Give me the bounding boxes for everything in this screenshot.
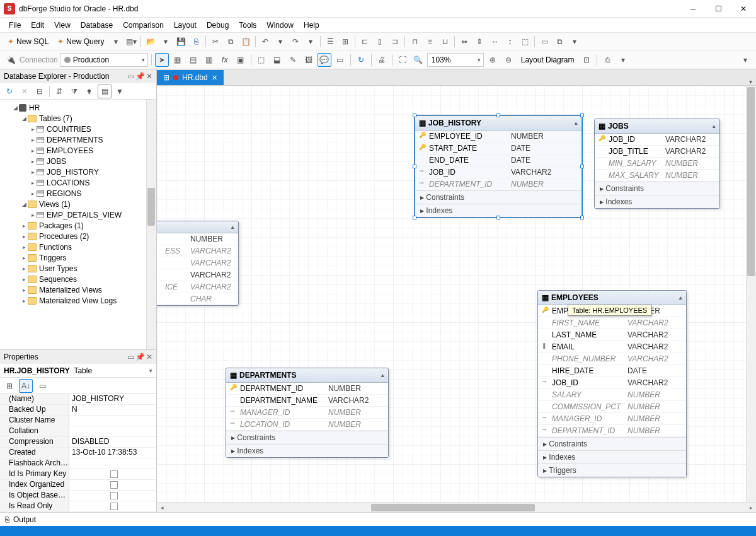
prop-row[interactable]: CompressionDISABLED — [0, 437, 156, 448]
align-center-icon[interactable]: ⫿ — [373, 35, 387, 49]
zoom-in-icon[interactable]: ⊕ — [486, 53, 500, 67]
zoom-icon[interactable]: 🔍 — [411, 53, 425, 67]
dropdown-icon[interactable]: ▾ — [109, 35, 123, 49]
overflow-icon[interactable]: ▾ — [738, 53, 752, 67]
align-right-icon[interactable]: ⊐ — [388, 35, 402, 49]
entity-column[interactable]: HIRE_DATEDATE — [538, 365, 686, 377]
window2-icon[interactable]: ⧉ — [553, 35, 566, 49]
view-icon[interactable]: ▤ — [186, 53, 200, 67]
entity-constraints[interactable]: ▸ Constraints — [595, 182, 719, 195]
entity-column[interactable]: END_DATEDATE — [415, 154, 581, 166]
prop-row[interactable]: (Name)JOB_HISTORY — [0, 394, 156, 405]
entity-column[interactable]: ICEVARCHAR2 — [157, 281, 238, 293]
exp-tool1-icon[interactable]: ⇵ — [52, 84, 66, 98]
export-icon[interactable]: ⎙ — [600, 53, 614, 67]
entity-column[interactable]: CHAR — [157, 293, 238, 305]
menu-layout[interactable]: Layout — [169, 18, 202, 32]
tree-view-item[interactable]: EMP_DETAILS_VIEW — [47, 211, 122, 219]
align-mid-icon[interactable]: ≡ — [423, 35, 437, 49]
menu-comparison[interactable]: Comparison — [118, 18, 169, 32]
entity-departments[interactable]: ▦DEPARTMENTS▴ 🔑DEPARTMENT_IDNUMBERDEPART… — [226, 368, 389, 458]
menu-file[interactable]: File — [4, 18, 26, 32]
entity-partial[interactable]: ▴ NUMBERESSVARCHAR2VARCHAR2VARCHAR2ICEVA… — [157, 221, 239, 306]
entity-column[interactable]: COMMISSION_PCTNUMBER — [538, 401, 686, 413]
tree-table-item[interactable]: ▸DEPARTMENTS — [0, 134, 156, 145]
entity-column[interactable]: ⊸MANAGER_IDNUMBER — [538, 413, 686, 425]
panel-pos-icon[interactable]: ▭ — [127, 72, 134, 81]
exp-delete-icon[interactable]: ✕ — [18, 84, 32, 98]
table-icon[interactable]: ▦ — [171, 53, 185, 67]
paste-icon[interactable]: 📋 — [239, 35, 253, 49]
prop-row[interactable]: Created13-Oct-10 17:38:53 — [0, 448, 156, 458]
entity-column[interactable]: ⊸JOB_IDVARCHAR2 — [415, 166, 581, 178]
undo-icon[interactable]: ↶ — [258, 35, 272, 49]
entity-column[interactable]: 🔑START_DATEDATE — [415, 143, 581, 154]
cut-icon[interactable]: ✂ — [209, 35, 222, 49]
exp-tool2-icon[interactable]: ⧩ — [67, 84, 81, 98]
plug-icon[interactable]: 🔌 — [4, 53, 18, 67]
tree-table-item[interactable]: ▸LOCATIONS — [0, 177, 156, 188]
samew-icon[interactable]: ↔ — [488, 35, 501, 49]
container-icon[interactable]: ⊡ — [580, 53, 593, 67]
minimize-button[interactable]: ─ — [680, 0, 706, 18]
fx-icon[interactable]: fx — [218, 53, 232, 67]
entity-column[interactable]: ESSVARCHAR2 — [157, 245, 238, 257]
grid-icon[interactable]: ▥ — [202, 53, 216, 67]
tree-views[interactable]: Views (1) — [39, 200, 71, 209]
tab-close-icon[interactable]: ✕ — [212, 74, 217, 82]
tree-db[interactable]: HR — [29, 103, 40, 112]
menu-view[interactable]: View — [49, 18, 76, 32]
sameh-icon[interactable]: ↕ — [503, 35, 517, 49]
entity-indexes[interactable]: ▸ Indexes — [226, 444, 388, 457]
entity-column[interactable]: FIRST_NAMEVARCHAR2 — [538, 317, 686, 329]
prop-row[interactable]: Id Is Primary Key — [0, 469, 156, 480]
entity-triggers[interactable]: ▸ Triggers — [538, 463, 686, 477]
tree-table-item[interactable]: ▸JOBS — [0, 156, 156, 166]
menu-database[interactable]: Database — [76, 18, 118, 32]
menu-tools[interactable]: Tools — [234, 18, 261, 32]
doc-dropdown-icon[interactable]: ▤▾ — [124, 35, 138, 49]
copy-icon[interactable]: ⧉ — [224, 35, 238, 49]
menu-debug[interactable]: Debug — [202, 18, 234, 32]
tree-folder-item[interactable]: ▸User Types — [0, 263, 156, 274]
entity-jobs[interactable]: ▦JOBS▴ 🔑JOB_IDVARCHAR2JOB_TITLEVARCHAR2M… — [594, 119, 720, 209]
redo-icon[interactable]: ↷ — [289, 35, 302, 49]
open-icon[interactable]: 📂 — [144, 35, 158, 49]
entity-column[interactable]: DEPARTMENT_NAMEVARCHAR2 — [226, 395, 388, 407]
save-icon[interactable]: 💾 — [174, 35, 188, 49]
region-icon[interactable]: ▭ — [333, 53, 347, 67]
entity-column[interactable]: MAX_SALARYNUMBER — [595, 170, 719, 182]
entity-constraints[interactable]: ▸ Constraints — [538, 437, 686, 450]
entity-column[interactable]: PHONE_NUMBERVARCHAR2 — [538, 353, 686, 365]
open-drop-icon[interactable]: ▾ — [159, 35, 173, 49]
window-drop-icon[interactable]: ▾ — [568, 35, 581, 49]
canvas-hscroll[interactable]: ◂▸ — [157, 502, 756, 512]
print-icon[interactable]: 🖨 — [375, 53, 389, 67]
tree-folder-item[interactable]: ▸Triggers — [0, 252, 156, 263]
props-sort-icon[interactable]: A↓ — [19, 379, 33, 393]
hspace-icon[interactable]: ⇔ — [457, 35, 471, 49]
prop-row[interactable]: Flashback Archiv... — [0, 458, 156, 469]
shape1-icon[interactable]: ⬚ — [255, 53, 268, 67]
redo-drop-icon[interactable]: ▾ — [304, 35, 318, 49]
new-sql-button[interactable]: ✦New SQL — [4, 35, 52, 49]
exp-refresh-icon[interactable]: ↻ — [3, 84, 16, 98]
tree-folder-item[interactable]: ▸Functions — [0, 242, 156, 252]
layout-diagram-button[interactable]: Layout Diagram — [517, 53, 578, 67]
entity-column[interactable]: VARCHAR2 — [157, 269, 238, 281]
output-icon[interactable]: ⎘ — [5, 515, 9, 524]
tree-folder-item[interactable]: ▸Sequences — [0, 274, 156, 284]
tree-folder-item[interactable]: ▸Materialized View Logs — [0, 295, 156, 306]
prop-row[interactable]: Is Object Based ... — [0, 491, 156, 501]
props-page-icon[interactable]: ▭ — [35, 379, 49, 393]
panel-close-icon[interactable]: ✕ — [146, 72, 152, 81]
align-left-icon[interactable]: ⊏ — [358, 35, 372, 49]
props-pos-icon[interactable]: ▭ — [127, 352, 134, 361]
exp-filter-icon[interactable]: ▼ — [113, 84, 127, 98]
prop-row[interactable]: Backed UpN — [0, 405, 156, 416]
save-all-icon[interactable]: ⎘ — [189, 35, 203, 49]
entity-column[interactable]: ⊸DEPARTMENT_IDNUMBER — [538, 425, 686, 437]
status-output[interactable]: Output — [13, 515, 36, 524]
entity-column[interactable]: ❚EMAILVARCHAR2 — [538, 341, 686, 353]
exp-collapse-icon[interactable]: ⊟ — [33, 84, 47, 98]
